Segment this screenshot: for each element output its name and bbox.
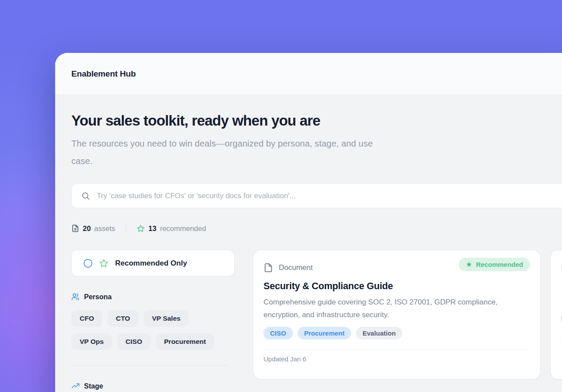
persona-chips: CFO CTO VP Sales VP Ops CISO Procurement [71, 310, 235, 350]
card-updated: Updated Jan 6 [263, 350, 530, 368]
assets-count: 20 [83, 224, 91, 233]
app-title: Enablement Hub [71, 69, 136, 79]
users-icon [71, 293, 80, 301]
persona-chip-vp-ops[interactable]: VP Ops [71, 333, 112, 350]
persona-chip-ciso[interactable]: CISO [117, 333, 151, 350]
recommended-label: recommended [160, 224, 206, 233]
app-background: Enablement Hub Your sales toolkit, ready… [0, 0, 562, 392]
asset-card-security-compliance[interactable]: Document Recommended Security & Complian… [253, 250, 541, 379]
asset-card-partial[interactable] [550, 250, 562, 379]
file-text-icon [71, 224, 79, 232]
tag-ciso: CISO [263, 327, 293, 340]
recommended-badge: Recommended [459, 258, 530, 271]
radio-circle-icon[interactable] [84, 259, 92, 268]
card-description: Comprehensive guide covering SOC 2, ISO … [263, 296, 526, 321]
search-input[interactable] [97, 192, 562, 200]
filters-sidebar: Recommended Only Persona CFO CTO VP Sale… [71, 250, 235, 390]
persona-chip-procurement[interactable]: Procurement [156, 333, 214, 350]
stage-label: Stage [84, 382, 103, 390]
persona-chip-cfo[interactable]: CFO [71, 310, 102, 327]
persona-chip-vp-sales[interactable]: VP Sales [144, 310, 189, 327]
search-bar[interactable] [71, 183, 562, 208]
trending-up-icon [71, 382, 80, 390]
asset-cards: Document Recommended Security & Complian… [253, 250, 562, 390]
page-title: Your sales toolkit, ready when you are [71, 112, 562, 129]
stats-divider [126, 224, 126, 233]
panel-body: Your sales toolkit, ready when you are T… [55, 112, 562, 390]
assets-label: assets [94, 224, 115, 233]
recommended-stat: 13 recommended [137, 224, 206, 233]
recommended-only-toggle[interactable]: Recommended Only [71, 250, 235, 276]
card-type-label: Document [279, 263, 313, 272]
persona-label: Persona [84, 293, 112, 301]
star-icon [99, 259, 109, 268]
star-filled-icon [466, 261, 472, 268]
sidebar-divider [71, 365, 229, 366]
recommended-count: 13 [148, 224, 156, 233]
persona-chip-cto[interactable]: CTO [108, 310, 138, 327]
content-columns: Recommended Only Persona CFO CTO VP Sale… [71, 250, 562, 390]
stage-section-header: Stage [71, 382, 235, 390]
tag-procurement: Procurement [298, 327, 351, 340]
recommended-only-label: Recommended Only [115, 259, 187, 268]
panel-header: Enablement Hub [55, 53, 562, 95]
recommended-badge-label: Recommended [476, 261, 523, 268]
persona-section-header: Persona [71, 293, 235, 301]
star-icon [137, 224, 145, 233]
card-tags: CISO Procurement Evaluation [263, 327, 530, 340]
search-icon [81, 191, 90, 200]
tag-evaluation: Evaluation [356, 327, 402, 340]
stats-row: 20 assets 13 recommended [71, 223, 562, 234]
main-panel: Enablement Hub Your sales toolkit, ready… [55, 53, 562, 392]
page-subtitle: The resources you need to win deals—orga… [71, 135, 373, 170]
document-icon [263, 263, 273, 273]
card-title: Security & Compliance Guide [263, 281, 530, 292]
assets-stat: 20 assets [71, 224, 115, 233]
